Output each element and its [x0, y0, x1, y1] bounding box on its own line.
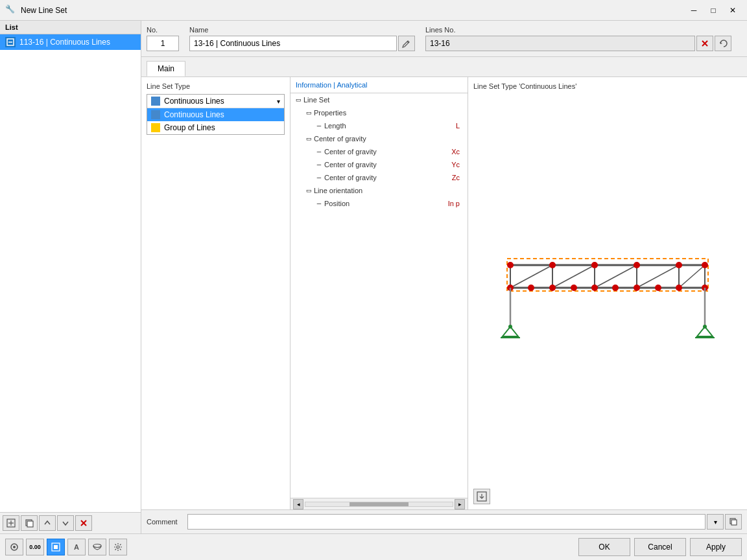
info-header: Information | Analytical [290, 77, 468, 93]
expand-length: ─ [314, 121, 324, 131]
tree-cog-yc[interactable]: ─ Center of gravity Yc [290, 158, 468, 171]
tab-bar: Main [141, 57, 747, 76]
group-of-lines-label: Group of Lines [164, 123, 215, 132]
list-item-icon [5, 37, 16, 47]
maximize-button[interactable]: □ [704, 3, 722, 18]
new-item-button[interactable] [3, 515, 19, 531]
info-scroll[interactable]: ▭ Line Set ▭ Properties ─ Length [290, 93, 468, 498]
text-a-icon: A [74, 543, 79, 551]
expand-properties[interactable]: ▭ [303, 108, 314, 118]
h-scrollbar[interactable]: ◂ ▸ [290, 498, 468, 509]
tab-main[interactable]: Main [147, 61, 185, 76]
scroll-left-btn[interactable]: ◂ [293, 499, 303, 509]
name-edit-button[interactable] [398, 36, 415, 51]
no-input[interactable] [147, 36, 179, 51]
lines-no-group [425, 36, 731, 51]
list-item-number: 1 [19, 38, 24, 47]
tree-center-gravity[interactable]: ▭ Center of gravity [290, 132, 468, 145]
comment-input[interactable] [187, 514, 706, 530]
content-area: Line Set Type Continuous Lines ▾ Continu… [141, 76, 747, 509]
title-bar: 🔧 New Line Set ─ □ ✕ [0, 0, 747, 21]
expand-zc: ─ [314, 172, 324, 183]
name-input[interactable] [189, 36, 397, 51]
svg-point-29 [634, 262, 640, 268]
svg-point-30 [676, 262, 682, 268]
continuous-lines-label: Continuous Lines [164, 110, 224, 119]
ok-button[interactable]: OK [578, 538, 630, 556]
svg-point-39 [655, 285, 661, 291]
move-up-button[interactable] [39, 515, 56, 531]
lines-no-undo-button[interactable] [715, 36, 731, 51]
line-set-type-label: Line Set Type [147, 82, 285, 90]
expand-position: ─ [314, 198, 324, 209]
svg-point-49 [703, 325, 707, 329]
svg-point-46 [508, 325, 512, 329]
number-text: 0.00 [29, 544, 41, 550]
viz-header: Line Set Type 'Continuous Lines' [473, 82, 742, 90]
bottom-area: Comment ▾ [141, 509, 747, 533]
dropdown-item-group[interactable]: Group of Lines [147, 121, 284, 134]
lines-no-field-group: Lines No. [425, 26, 731, 51]
expand-cog[interactable]: ▭ [303, 134, 314, 144]
number-display-btn[interactable]: 0.00 [26, 539, 44, 555]
cursor-btn[interactable] [47, 539, 65, 555]
list-item-label: 13-16 | Continuous Lines [24, 38, 110, 47]
dropdown-item-continuous-selected[interactable]: Continuous Lines [147, 108, 284, 121]
text-display-btn[interactable]: A [67, 539, 86, 555]
svg-point-38 [634, 285, 640, 291]
footer-right: OK Cancel Apply [578, 538, 742, 556]
no-field-group: No. [147, 26, 179, 51]
right-panel: No. Name Lines No. [141, 21, 747, 533]
comment-row: Comment ▾ [147, 514, 742, 530]
name-label: Name [189, 26, 415, 34]
duplicate-button[interactable] [21, 515, 38, 531]
tree-length[interactable]: ─ Length L [290, 119, 468, 132]
tree-position[interactable]: ─ Position In p [290, 197, 468, 210]
comment-input-wrap: ▾ [187, 514, 742, 530]
svg-point-27 [549, 262, 556, 268]
truss-diagram [497, 226, 718, 356]
tree-line-set[interactable]: ▭ Line Set [290, 93, 468, 106]
comment-label: Comment [147, 518, 182, 526]
layer-display-btn[interactable] [88, 539, 106, 555]
tree-properties[interactable]: ▭ Properties [290, 106, 468, 119]
comment-dropdown-button[interactable]: ▾ [707, 514, 724, 530]
settings-display-btn[interactable] [109, 539, 127, 555]
analytical-link[interactable]: Analytical [337, 81, 367, 89]
move-down-button[interactable] [57, 515, 74, 531]
main-content: List 1 13-16 | Continuous Lines [0, 21, 747, 533]
svg-rect-6 [27, 521, 33, 527]
svg-line-23 [595, 265, 637, 288]
viz-toolbar [473, 489, 742, 504]
lines-no-input[interactable] [425, 36, 695, 51]
viz-export-button[interactable] [473, 489, 490, 504]
footer-area: 0.00 A OK Cancel Apply [0, 533, 747, 560]
cancel-button[interactable]: Cancel [634, 538, 686, 556]
scroll-right-btn[interactable]: ▸ [455, 499, 465, 509]
apply-button[interactable]: Apply [690, 538, 742, 556]
group-of-lines-icon [151, 123, 160, 132]
close-button[interactable]: ✕ [724, 3, 742, 18]
tree-cog-zc[interactable]: ─ Center of gravity Zc [290, 171, 468, 184]
svg-point-59 [117, 546, 119, 548]
comment-copy-button[interactable] [725, 514, 742, 530]
svg-point-35 [571, 285, 577, 291]
lines-no-label: Lines No. [425, 26, 731, 34]
view-icon-btn[interactable] [5, 539, 23, 555]
tree-cog-xc[interactable]: ─ Center of gravity Xc [290, 145, 468, 158]
dropdown-arrow-icon: ▾ [277, 98, 280, 105]
scroll-track[interactable] [305, 502, 453, 507]
scroll-thumb[interactable] [350, 502, 409, 506]
svg-point-28 [591, 262, 598, 268]
list-item[interactable]: 1 13-16 | Continuous Lines [0, 34, 141, 50]
minimize-button[interactable]: ─ [685, 3, 703, 18]
tree-line-orientation[interactable]: ▭ Line orientation [290, 184, 468, 197]
delete-button[interactable] [75, 515, 92, 531]
continuous-lines-icon [151, 110, 160, 119]
list-footer [0, 512, 141, 533]
type-dropdown-header[interactable]: Continuous Lines ▾ [147, 95, 284, 108]
lines-no-clear-button[interactable] [696, 36, 713, 51]
expand-orientation[interactable]: ▭ [303, 185, 314, 196]
info-link[interactable]: Information [296, 81, 331, 89]
expand-line-set[interactable]: ▭ [293, 95, 303, 105]
